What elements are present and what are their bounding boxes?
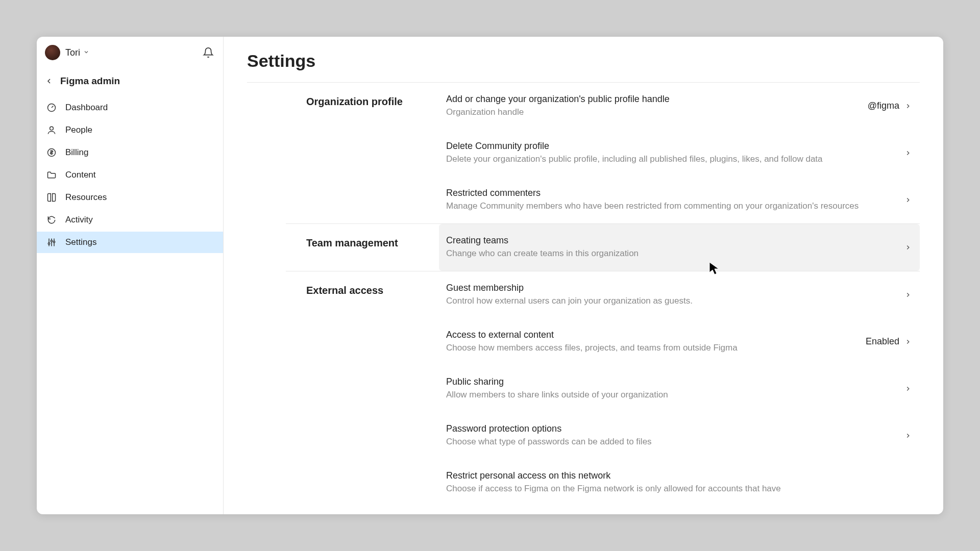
row-text: Creating teams Change who can create tea… (446, 235, 904, 260)
sidebar-item-content[interactable]: Content (37, 164, 223, 186)
svg-point-1 (50, 127, 54, 130)
row-delete-community-profile[interactable]: Delete Community profile Delete your org… (439, 130, 920, 177)
section-title: Organization profile (286, 83, 439, 223)
sidebar-item-resources[interactable]: Resources (37, 187, 223, 208)
row-desc: Delete your organization's public profil… (446, 154, 904, 165)
avatar[interactable] (45, 45, 60, 60)
dollar-icon (46, 147, 57, 158)
row-desc: Organization handle (446, 107, 868, 118)
sliders-icon (46, 237, 57, 248)
row-creating-teams[interactable]: Creating teams Change who can create tea… (439, 224, 920, 271)
row-text: Delete Community profile Delete your org… (446, 141, 904, 165)
person-icon (46, 124, 57, 136)
sidebar-item-billing[interactable]: Billing (37, 142, 223, 163)
chevron-right-icon (904, 244, 912, 251)
svg-point-4 (51, 240, 52, 242)
row-text: Public sharing Allow members to share li… (446, 377, 904, 401)
row-public-sharing[interactable]: Public sharing Allow members to share li… (439, 365, 920, 412)
row-desc: Change who can create teams in this orga… (446, 248, 904, 260)
row-desc: Choose how members access files, project… (446, 342, 866, 354)
section-title: Team management (286, 224, 439, 271)
nav-list: Dashboard People Billing Content (37, 94, 223, 254)
row-text: Password protection options Choose what … (446, 423, 904, 448)
svg-point-3 (48, 243, 50, 244)
row-text: Restricted commenters Manage Community m… (446, 188, 904, 212)
chevron-right-icon (904, 149, 912, 157)
section-team-management: Team management Creating teams Change wh… (286, 224, 920, 271)
main-panel: Settings Organization profile Add or cha… (224, 37, 943, 514)
row-desc: Choose what type of passwords can be add… (446, 436, 904, 448)
row-title: Password protection options (446, 423, 904, 434)
row-organization-handle[interactable]: Add or change your organization's public… (439, 83, 920, 130)
row-value: Enabled (866, 336, 899, 347)
section-external-access: External access Guest membership Control… (286, 271, 920, 506)
row-title: Delete Community profile (446, 141, 904, 152)
row-title: Add or change your organization's public… (446, 94, 868, 105)
sidebar-item-label: People (65, 125, 92, 135)
sidebar-item-label: Settings (65, 237, 96, 247)
sidebar-item-people[interactable]: People (37, 119, 223, 141)
sidebar-item-label: Resources (65, 192, 107, 203)
section-rows: Guest membership Control how external us… (439, 271, 920, 506)
sidebar-item-label: Dashboard (65, 103, 108, 113)
page-title: Settings (224, 37, 943, 82)
row-title: Creating teams (446, 235, 904, 246)
settings-content: Organization profile Add or change your … (224, 83, 943, 514)
svg-point-5 (53, 241, 55, 243)
chevron-right-icon (904, 385, 912, 392)
sidebar-item-dashboard[interactable]: Dashboard (37, 97, 223, 118)
sidebar-item-label: Billing (65, 147, 88, 158)
sidebar-item-label: Activity (65, 215, 93, 225)
row-desc: Allow members to share links outside of … (446, 389, 904, 401)
section-rows: Creating teams Change who can create tea… (439, 224, 920, 271)
row-password-protection[interactable]: Password protection options Choose what … (439, 412, 920, 459)
section-rows: Add or change your organization's public… (439, 83, 920, 223)
chevron-right-icon (904, 291, 912, 298)
app-window: Tori Figma admin Dashboard (37, 37, 943, 514)
username[interactable]: Tori (65, 47, 80, 58)
row-text: Add or change your organization's public… (446, 94, 868, 118)
row-access-external-content[interactable]: Access to external content Choose how me… (439, 318, 920, 365)
row-restrict-personal-access[interactable]: Restrict personal access on this network… (439, 459, 920, 506)
row-title: Restricted commenters (446, 188, 904, 198)
row-guest-membership[interactable]: Guest membership Control how external us… (439, 271, 920, 318)
section-title: External access (286, 271, 439, 506)
row-desc: Choose if access to Figma on the Figma n… (446, 483, 912, 495)
row-title: Guest membership (446, 283, 904, 293)
chevron-down-icon[interactable] (83, 48, 89, 57)
sidebar: Tori Figma admin Dashboard (37, 37, 224, 514)
chevron-left-icon (45, 77, 53, 85)
row-title: Public sharing (446, 377, 904, 387)
back-nav[interactable]: Figma admin (37, 67, 223, 94)
row-title: Restrict personal access on this network (446, 470, 912, 481)
chevron-right-icon (904, 196, 912, 204)
sidebar-header: Tori (37, 37, 223, 67)
activity-icon (46, 214, 57, 226)
gauge-icon (46, 102, 57, 113)
row-desc: Manage Community members who have been r… (446, 201, 904, 212)
chevron-right-icon (904, 338, 912, 345)
row-title: Access to external content (446, 330, 866, 340)
row-text: Access to external content Choose how me… (446, 330, 866, 354)
bell-icon[interactable] (203, 47, 214, 58)
admin-label: Figma admin (60, 76, 120, 87)
row-text: Guest membership Control how external us… (446, 283, 904, 307)
row-restricted-commenters[interactable]: Restricted commenters Manage Community m… (439, 177, 920, 223)
section-organization-profile: Organization profile Add or change your … (286, 83, 920, 224)
row-text: Restrict personal access on this network… (446, 470, 912, 495)
chevron-right-icon (904, 432, 912, 439)
row-desc: Control how external users can join your… (446, 295, 904, 307)
book-icon (46, 192, 57, 203)
sidebar-item-activity[interactable]: Activity (37, 209, 223, 231)
sidebar-item-label: Content (65, 170, 96, 180)
folder-icon (46, 169, 57, 181)
chevron-right-icon (904, 103, 912, 110)
row-value: @figma (868, 101, 899, 111)
sidebar-item-settings[interactable]: Settings (37, 232, 223, 253)
